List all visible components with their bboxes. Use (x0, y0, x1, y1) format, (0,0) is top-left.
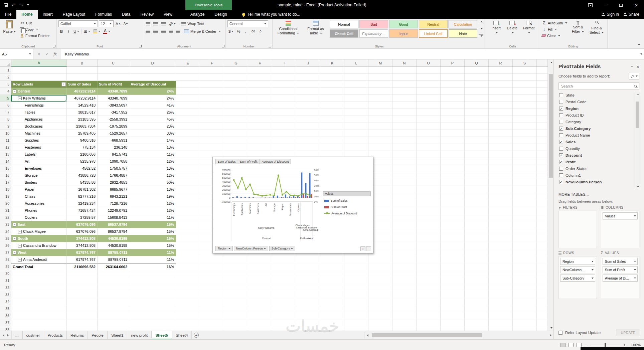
grid-cell[interactable] (441, 172, 465, 179)
grid-cell[interactable] (465, 200, 489, 207)
collapse-icon[interactable]: − (13, 223, 16, 226)
zoom-level-label[interactable]: 100% (629, 343, 641, 347)
fill-color-button[interactable] (92, 28, 101, 34)
grid-cell[interactable] (11, 270, 67, 277)
grid-cell[interactable] (465, 123, 489, 130)
field-chip-sum-of-sales[interactable]: Sum of Sales (603, 258, 638, 265)
grid-cell[interactable] (537, 81, 548, 88)
grid-cell[interactable] (224, 116, 248, 123)
scroll-up-icon[interactable] (548, 59, 554, 65)
grid-cell[interactable] (392, 291, 417, 298)
row-header-28[interactable]: 28 (0, 256, 11, 263)
grid-cell[interactable] (224, 144, 248, 151)
clear-button[interactable]: Clear (541, 32, 568, 39)
previous-sheet-icon[interactable] (3, 334, 4, 337)
grid-cell[interactable] (489, 81, 513, 88)
grid-cell[interactable] (344, 130, 368, 137)
grid-cell[interactable] (272, 277, 296, 284)
delete-cells-button[interactable]: × Delete (504, 20, 520, 34)
grid-cell[interactable] (368, 256, 392, 263)
field-item-region[interactable]: ✓Region (558, 105, 633, 112)
zoom-slider-thumb[interactable] (605, 343, 606, 347)
grid-cell[interactable]: 24% (129, 88, 176, 95)
grid-cell[interactable] (320, 326, 344, 331)
grid-cell[interactable] (296, 256, 320, 263)
grid-cell[interactable]: 37259.57 (67, 214, 98, 221)
grid-cell[interactable] (272, 298, 296, 305)
grid-cell[interactable] (248, 263, 272, 270)
grid-cell[interactable] (417, 291, 441, 298)
grid-cell[interactable] (537, 109, 548, 116)
grid-cell[interactable]: 12249.0791 (98, 207, 129, 214)
grid-cell[interactable] (344, 74, 368, 81)
borders-button[interactable]: ⊞ (83, 28, 91, 34)
grid-cell[interactable] (489, 298, 513, 305)
grid-cell[interactable] (296, 116, 320, 123)
grid-cell[interactable]: Labels (11, 151, 67, 158)
grid-cell[interactable]: 32419.234 (67, 200, 98, 207)
grid-cell[interactable]: 12% (129, 158, 176, 165)
field-chip-sum-of-profit[interactable]: Sum of Profit (603, 266, 638, 273)
styles-scroll-down-icon[interactable] (479, 27, 483, 30)
grid-cell[interactable] (513, 172, 537, 179)
grid-cell[interactable] (441, 88, 465, 95)
grid-cell[interactable] (489, 116, 513, 123)
grid-cell[interactable] (368, 277, 392, 284)
grid-cell[interactable] (320, 123, 344, 130)
grid-cell[interactable]: 82777.216 (67, 193, 98, 200)
grid-cell[interactable]: Furnishings (11, 102, 67, 109)
grid-cell[interactable] (513, 235, 537, 242)
grid-cell[interactable] (98, 326, 129, 331)
grid-cell[interactable] (392, 312, 417, 319)
grid-cell[interactable] (417, 186, 441, 193)
grid-cell[interactable] (465, 144, 489, 151)
grid-cell[interactable] (489, 242, 513, 249)
grid-cell[interactable] (417, 95, 441, 102)
grid-cell[interactable]: Accessories (11, 200, 67, 207)
grid-cell[interactable] (392, 172, 417, 179)
top-align-button[interactable] (145, 20, 151, 27)
grid-cell[interactable]: 16% (129, 263, 176, 270)
grid-cell[interactable] (513, 130, 537, 137)
vertical-scroll-thumb[interactable] (549, 74, 553, 178)
grid-cell[interactable] (176, 284, 200, 291)
grid-cell[interactable] (98, 305, 129, 312)
tab-review[interactable]: Review (135, 10, 158, 19)
tab-data[interactable]: Data (117, 10, 135, 19)
collapse-icon[interactable]: − (13, 237, 16, 240)
grid-cell[interactable] (417, 74, 441, 81)
grid-cell[interactable] (392, 270, 417, 277)
grid-cell[interactable] (417, 277, 441, 284)
grid-cell[interactable] (296, 95, 320, 102)
grid-cell[interactable]: Paper (11, 186, 67, 193)
field-checkbox[interactable]: ✓ (559, 127, 563, 131)
grid-cell[interactable] (176, 242, 200, 249)
grid-cell[interactable] (98, 312, 129, 319)
chart-collapse-button[interactable]: − (366, 246, 371, 251)
field-item-discount[interactable]: ✓Discount (558, 152, 633, 159)
row-header-25[interactable]: 25 (0, 235, 11, 242)
grid-cell[interactable] (67, 277, 98, 284)
grid-cell[interactable] (272, 95, 296, 102)
grid-cell[interactable]: Bookcases (11, 123, 67, 130)
tab-design[interactable]: Design (209, 10, 232, 19)
grid-cell[interactable]: 23663.7384 (67, 123, 98, 130)
grid-cell[interactable] (417, 235, 441, 242)
grid-cell[interactable] (248, 123, 272, 130)
grid-cell[interactable] (537, 235, 548, 242)
grid-cell[interactable] (465, 249, 489, 256)
field-search-input[interactable]: Search (558, 82, 639, 90)
grid-cell[interactable] (513, 319, 537, 326)
grid-cell[interactable] (176, 312, 200, 319)
grid-cell[interactable] (441, 116, 465, 123)
grid-cell[interactable] (537, 67, 548, 74)
scroll-down-icon[interactable] (548, 325, 554, 331)
increase-decimal-button[interactable]: .00 (250, 28, 256, 34)
grid-cell[interactable] (296, 305, 320, 312)
grid-cell[interactable]: +Cassandra Brandow (11, 242, 67, 249)
row-header-20[interactable]: 20 (0, 200, 11, 207)
grid-cell[interactable] (392, 284, 417, 291)
grid-cell[interactable] (537, 319, 548, 326)
column-header-O[interactable]: O (417, 59, 441, 66)
grid-cell[interactable] (320, 291, 344, 298)
